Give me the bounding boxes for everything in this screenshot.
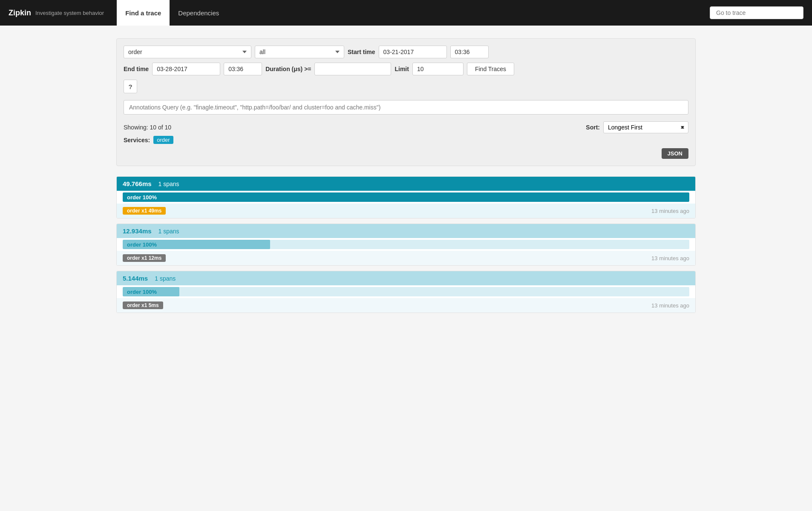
question-icon: ? [128, 83, 132, 90]
trace-duration: 5.144ms [123, 275, 148, 282]
annotations-input[interactable] [124, 100, 688, 115]
limit-label: Limit [394, 66, 409, 72]
trace-header-bar: 5.144ms 1 spans [117, 271, 695, 285]
trace-footer: order x1 49ms 13 minutes ago [117, 204, 695, 218]
nav-dependencies[interactable]: Dependencies [170, 0, 227, 26]
trace-card[interactable]: 49.766ms 1 spans order 100% order x1 49m… [116, 176, 696, 218]
brand-tagline: Investigate system behavior [35, 10, 104, 16]
trace-progress-bar-inner: order 100% [123, 240, 270, 249]
search-row-2: End time Duration (μs) >= Limit Find Tra… [124, 63, 688, 75]
trace-time: 13 minutes ago [651, 208, 689, 214]
trace-footer: order x1 12ms 13 minutes ago [117, 251, 695, 265]
end-time-input[interactable] [224, 63, 262, 75]
trace-service-percent: order 100% [127, 289, 157, 295]
trace-duration: 12.934ms [123, 227, 152, 235]
span-select[interactable]: all [255, 46, 344, 58]
go-to-trace-input[interactable] [710, 6, 803, 19]
results-header: Showing: 10 of 10 Sort: Longest First Sh… [124, 121, 688, 133]
service-select[interactable]: order [124, 46, 251, 58]
brand-logo: Zipkin [9, 9, 31, 17]
trace-spans: 1 spans [158, 181, 179, 187]
search-panel: order all Start time End time Duration (… [116, 38, 696, 166]
trace-header-bar: 12.934ms 1 spans [117, 224, 695, 238]
start-time-label: Start time [348, 49, 375, 55]
trace-spans: 1 spans [158, 228, 179, 235]
trace-footer: order x1 5ms 13 minutes ago [117, 298, 695, 313]
traces-list: 49.766ms 1 spans order 100% order x1 49m… [116, 176, 696, 313]
services-row: Services: order [124, 136, 688, 144]
end-date-input[interactable] [152, 63, 220, 75]
start-time-input[interactable] [450, 46, 489, 58]
sort-section: Sort: Longest First Shortest First Newes… [586, 121, 688, 133]
trace-spans: 1 spans [155, 275, 176, 282]
trace-progress-bar-outer: order 100% [123, 240, 689, 249]
trace-progress-bar-inner: order 100% [123, 192, 689, 202]
services-label: Services: [124, 137, 150, 144]
trace-tag: order x1 12ms [123, 254, 166, 262]
sort-label: Sort: [586, 124, 600, 131]
trace-tag: order x1 49ms [123, 207, 166, 215]
json-button[interactable]: JSON [662, 148, 688, 159]
navbar-right [710, 6, 803, 19]
nav-find-trace[interactable]: Find a trace [117, 0, 170, 26]
trace-service-percent: order 100% [127, 194, 157, 201]
trace-time: 13 minutes ago [651, 302, 689, 309]
end-time-label: End time [124, 66, 149, 72]
trace-time: 13 minutes ago [651, 255, 689, 261]
navbar: Zipkin Investigate system behavior Find … [0, 0, 812, 26]
trace-tag: order x1 5ms [123, 301, 163, 309]
search-row-1: order all Start time [124, 46, 688, 58]
service-badge: order [153, 136, 173, 144]
search-row-3: ? [124, 80, 688, 93]
trace-progress-bar-outer: order 100% [123, 287, 689, 296]
trace-duration: 49.766ms [123, 180, 152, 187]
trace-progress-bar-outer: order 100% [123, 192, 689, 202]
trace-service-percent: order 100% [127, 241, 157, 248]
main-content: order all Start time End time Duration (… [108, 26, 704, 322]
limit-input[interactable] [412, 63, 464, 75]
start-date-input[interactable] [379, 46, 447, 58]
trace-progress-row: order 100% [117, 191, 695, 204]
trace-card[interactable]: 12.934ms 1 spans order 100% order x1 12m… [116, 224, 696, 266]
duration-label: Duration (μs) >= [265, 66, 311, 72]
trace-progress-row: order 100% [117, 285, 695, 298]
trace-progress-bar-inner: order 100% [123, 287, 179, 296]
nav-links: Find a trace Dependencies [117, 0, 227, 26]
json-btn-row: JSON [124, 148, 688, 159]
duration-input[interactable] [314, 63, 391, 75]
find-traces-button[interactable]: Find Traces [467, 63, 514, 75]
sort-select[interactable]: Longest First Shortest First Newest Firs… [603, 121, 688, 133]
trace-progress-row: order 100% [117, 238, 695, 251]
showing-text: Showing: 10 of 10 [124, 124, 171, 131]
trace-card[interactable]: 5.144ms 1 spans order 100% order x1 5ms … [116, 271, 696, 313]
help-button[interactable]: ? [124, 80, 137, 93]
trace-header-bar: 49.766ms 1 spans [117, 177, 695, 191]
